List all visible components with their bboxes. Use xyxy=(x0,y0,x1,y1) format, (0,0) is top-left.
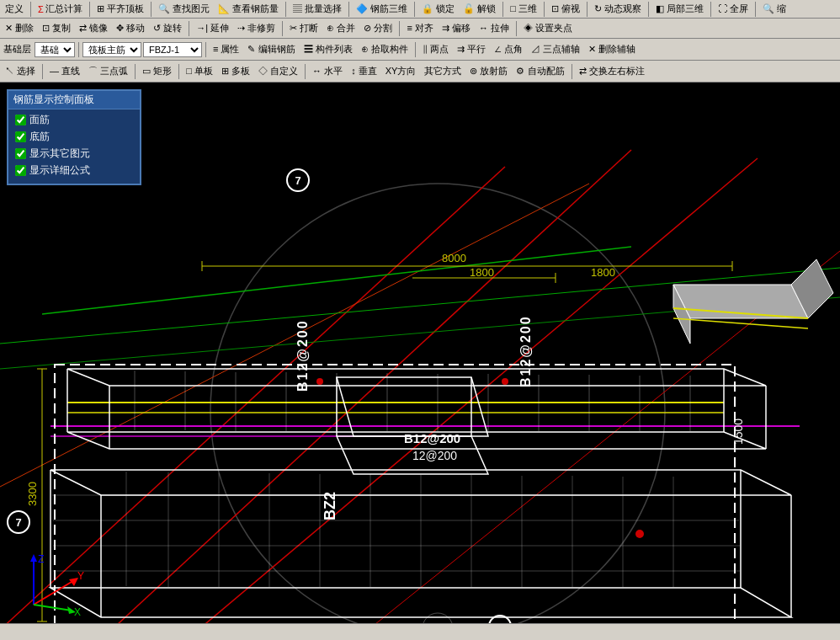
svg-text:BZ2: BZ2 xyxy=(322,492,338,520)
btn-top-view[interactable]: ⊡ 俯视 xyxy=(548,1,583,18)
menu-define[interactable]: 定义 xyxy=(2,1,27,18)
panel-item-1[interactable]: 面筋 xyxy=(15,113,133,127)
btn-pick-component[interactable]: ⊕ 拾取构件 xyxy=(358,41,412,58)
sep xyxy=(502,2,503,17)
checkbox-show-other[interactable] xyxy=(15,148,26,159)
rebar-type-select[interactable]: 筏板主筋 xyxy=(82,42,141,57)
btn-edit-rebar[interactable]: ✎ 编辑钢筋 xyxy=(244,41,298,58)
btn-rect[interactable]: ▭ 矩形 xyxy=(139,63,175,80)
checkbox-show-formula[interactable] xyxy=(15,165,26,176)
axes-display: Z Y X xyxy=(17,550,84,617)
btn-extend[interactable]: →| 延伸 xyxy=(193,20,232,37)
btn-align[interactable]: ≡ 对齐 xyxy=(403,20,436,37)
svg-text:Y: Y xyxy=(77,570,84,582)
sep xyxy=(205,42,206,57)
btn-total-calc[interactable]: Σ 汇总计算 xyxy=(35,1,86,18)
svg-text:3300: 3300 xyxy=(26,482,39,506)
label-show-formula: 显示详细公式 xyxy=(29,163,90,178)
btn-auto-rebar[interactable]: ⚙ 自动配筋 xyxy=(513,63,567,80)
btn-other-way[interactable]: 其它方式 xyxy=(421,63,465,80)
panel-item-2[interactable]: 底筋 xyxy=(15,130,133,144)
circle-label-7-left: 7 xyxy=(7,510,30,534)
btn-no-trim[interactable]: ⇢ 非修剪 xyxy=(234,20,279,37)
btn-delete[interactable]: ✕ 删除 xyxy=(2,20,37,37)
sep xyxy=(648,2,649,17)
label-bottom-rebar: 底筋 xyxy=(29,130,50,144)
btn-fullscreen[interactable]: ⛶ 全屏 xyxy=(715,1,752,18)
btn-radial-rebar[interactable]: ⊚ 放射筋 xyxy=(466,63,511,80)
btn-xy-dir[interactable]: XY方向 xyxy=(382,63,420,80)
btn-offset[interactable]: ⇉ 偏移 xyxy=(439,20,474,37)
btn-break[interactable]: ✂ 打断 xyxy=(286,20,322,37)
btn-component-list[interactable]: ☰ 构件列表 xyxy=(300,41,356,58)
btn-line[interactable]: — 直线 xyxy=(46,63,83,80)
btn-select[interactable]: ↖ 选择 xyxy=(2,63,39,80)
toolbar-row-2: ✕ 删除 ⊡ 复制 ⇄ 镜像 ✥ 移动 ↺ 旋转 →| 延伸 ⇢ 非修剪 ✂ 打… xyxy=(0,19,840,39)
sep xyxy=(544,2,545,17)
btn-batch-select[interactable]: ▤ 批量选择 xyxy=(290,1,345,18)
btn-custom[interactable]: ◇ 自定义 xyxy=(255,63,301,80)
svg-text:1800: 1800 xyxy=(591,266,615,279)
btn-flat-top[interactable]: ⊞ 平齐顶板 xyxy=(93,1,147,18)
btn-unlock[interactable]: 🔓 解锁 xyxy=(460,1,499,18)
btn-stretch[interactable]: ↔ 拉伸 xyxy=(476,20,513,37)
btn-merge[interactable]: ⊕ 合并 xyxy=(323,20,359,37)
main-canvas[interactable]: B12@200 B12@200 1500 BZ2 B12@200 12@200 … xyxy=(0,83,840,634)
btn-vertical[interactable]: ↕ 垂直 xyxy=(348,63,380,80)
btn-set-grip[interactable]: ◈ 设置夹点 xyxy=(520,20,576,37)
sep xyxy=(710,2,711,17)
svg-text:X: X xyxy=(74,606,81,617)
checkbox-bottom-rebar[interactable] xyxy=(15,131,26,142)
label-face-rebar: 面筋 xyxy=(29,113,50,127)
sep xyxy=(399,21,400,36)
svg-point-65 xyxy=(316,378,323,385)
svg-marker-87 xyxy=(30,554,37,562)
btn-parallel[interactable]: ⇉ 平行 xyxy=(454,41,489,58)
btn-horizontal[interactable]: ↔ 水平 xyxy=(309,63,346,80)
sep xyxy=(348,2,349,17)
svg-text:8000: 8000 xyxy=(442,252,466,264)
sep xyxy=(587,2,587,17)
layer-select[interactable]: 基础 xyxy=(35,42,75,57)
btn-rotate[interactable]: ↺ 旋转 xyxy=(150,20,185,37)
btn-lock[interactable]: 🔒 锁定 xyxy=(418,1,458,18)
btn-find-elem[interactable]: 🔍 查找图元 xyxy=(155,1,213,18)
btn-swap-mark[interactable]: ⇄ 交换左右标注 xyxy=(576,63,648,80)
btn-local-3d[interactable]: ◧ 局部三维 xyxy=(652,1,707,18)
sep xyxy=(135,64,136,79)
svg-text:B12@200: B12@200 xyxy=(518,315,533,387)
btn-multi-board[interactable]: ⊞ 多板 xyxy=(218,63,253,80)
svg-text:1800: 1800 xyxy=(470,266,494,279)
toolbar-row-4: ↖ 选择 — 直线 ⌒ 三点弧 ▭ 矩形 □ 单板 ⊞ 多板 ◇ 自定义 ↔ 水… xyxy=(0,61,840,83)
sep xyxy=(42,64,43,79)
sep xyxy=(78,42,79,57)
btn-move[interactable]: ✥ 移动 xyxy=(113,20,148,37)
svg-text:B12@200: B12@200 xyxy=(295,319,310,392)
control-panel: 钢筋显示控制面板 面筋 底筋 显示其它图元 显示详细公式 xyxy=(7,89,141,185)
panel-item-3[interactable]: 显示其它图元 xyxy=(15,147,133,161)
btn-dynamic-view[interactable]: ↻ 动态观察 xyxy=(591,1,645,18)
sep xyxy=(572,64,572,79)
checkbox-face-rebar[interactable] xyxy=(15,115,26,125)
rebar-id-select[interactable]: FBZJ-1 xyxy=(143,42,202,57)
btn-view-rebar[interactable]: 📐 查看钢筋量 xyxy=(215,1,282,18)
btn-three-arc[interactable]: ⌒ 三点弧 xyxy=(85,63,131,80)
btn-three-point-axis[interactable]: ⊿ 三点辅轴 xyxy=(528,41,583,58)
svg-point-67 xyxy=(635,530,644,538)
panel-item-4[interactable]: 显示详细公式 xyxy=(15,163,133,178)
btn-copy[interactable]: ⊡ 复制 xyxy=(39,20,74,37)
btn-rebar-3d[interactable]: 🔷 钢筋三维 xyxy=(353,1,411,18)
btn-delete-axis[interactable]: ✕ 删除辅轴 xyxy=(585,41,639,58)
btn-single-board[interactable]: □ 单板 xyxy=(183,63,216,80)
sep xyxy=(89,2,90,17)
sep xyxy=(189,21,189,36)
svg-point-66 xyxy=(502,378,508,385)
btn-3d[interactable]: □ 三维 xyxy=(507,1,540,18)
btn-zoom[interactable]: 🔍 缩 xyxy=(759,1,789,18)
btn-point-angle[interactable]: ∠ 点角 xyxy=(491,41,526,58)
btn-split[interactable]: ⊘ 分割 xyxy=(360,20,396,37)
toolbar-row-3: 基础层 基础 筏板主筋 FBZJ-1 ≡ 属性 ✎ 编辑钢筋 ☰ 构件列表 ⊕ … xyxy=(0,39,840,61)
btn-two-points[interactable]: ∥ 两点 xyxy=(419,41,452,58)
btn-property[interactable]: ≡ 属性 xyxy=(210,41,242,58)
btn-mirror[interactable]: ⇄ 镜像 xyxy=(76,20,111,37)
